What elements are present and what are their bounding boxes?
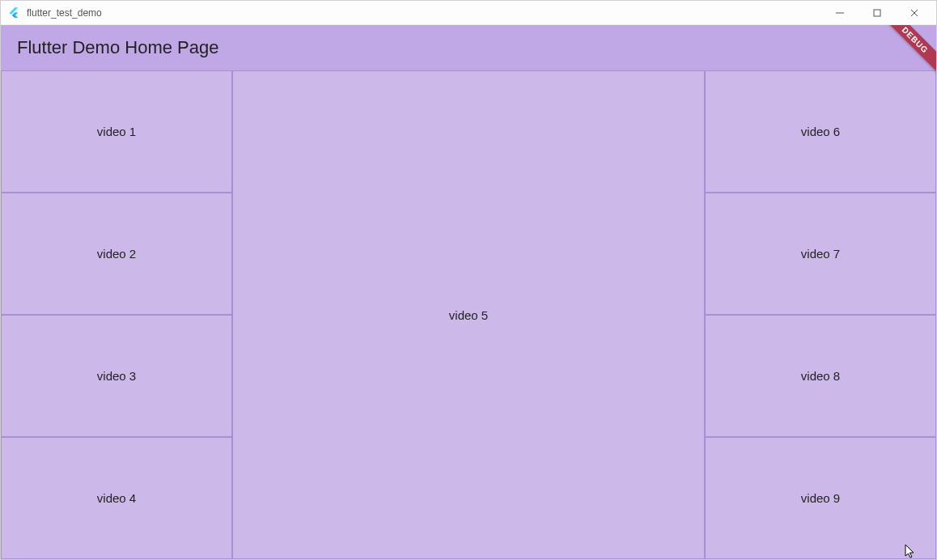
right-column: video 6 video 7 video 8 video 9: [705, 70, 936, 559]
video-label: video 1: [97, 125, 136, 138]
appbar: Flutter Demo Home Page: [1, 25, 936, 70]
video-label: video 8: [801, 369, 840, 383]
video-label: video 3: [97, 369, 136, 383]
video-label: video 7: [801, 247, 840, 261]
video-tile[interactable]: video 9: [705, 437, 936, 559]
video-tile[interactable]: video 2: [1, 193, 232, 315]
video-tile[interactable]: video 6: [705, 70, 936, 193]
center-column: video 5: [232, 70, 705, 559]
video-tile[interactable]: video 8: [705, 315, 936, 437]
appbar-title: Flutter Demo Home Page: [17, 37, 218, 58]
video-tile[interactable]: video 3: [1, 315, 232, 437]
video-label: video 6: [801, 125, 840, 138]
titlebar[interactable]: flutter_test_demo: [1, 1, 936, 25]
left-column: video 1 video 2 video 3 video 4: [1, 70, 232, 559]
minimize-button[interactable]: [821, 1, 859, 25]
flutter-logo-icon: [7, 6, 20, 19]
close-button[interactable]: [896, 1, 933, 25]
app-root: Flutter Demo Home Page video 1 video 2 v…: [1, 25, 936, 559]
video-label: video 4: [97, 491, 136, 505]
video-grid: video 1 video 2 video 3 video 4 video 5 …: [1, 70, 936, 559]
window-title: flutter_test_demo: [27, 7, 102, 19]
video-label: video 9: [801, 491, 840, 505]
video-tile[interactable]: video 1: [1, 70, 232, 193]
video-label: video 5: [449, 308, 488, 322]
video-label: video 2: [97, 247, 136, 261]
video-tile-main[interactable]: video 5: [232, 70, 705, 559]
video-tile[interactable]: video 4: [1, 437, 232, 559]
window: flutter_test_demo Flutter Demo Home Page…: [0, 0, 937, 560]
svg-rect-0: [874, 10, 880, 16]
video-tile[interactable]: video 7: [705, 193, 936, 315]
maximize-button[interactable]: [859, 1, 896, 25]
